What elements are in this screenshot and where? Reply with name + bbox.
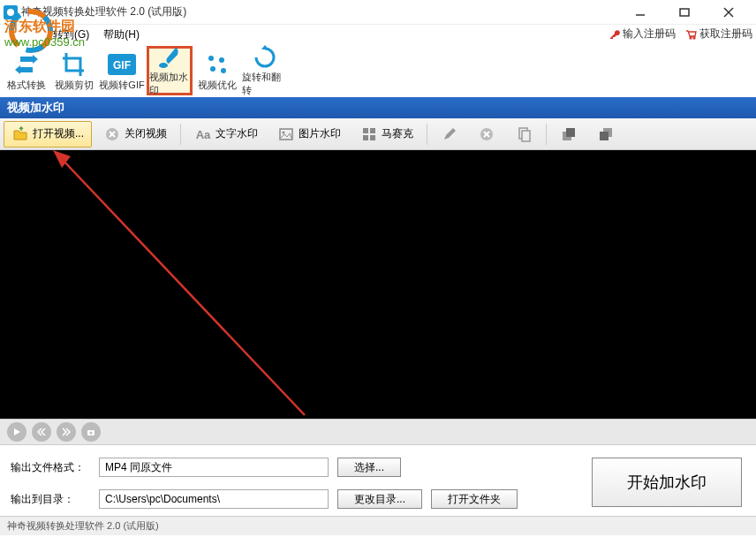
rotate-icon [251,44,279,71]
tool-video-crop[interactable]: 视频剪切 [51,46,97,95]
output-dir-field[interactable] [99,489,329,509]
minimize-button[interactable] [627,4,654,21]
select-format-button[interactable]: 选择... [337,458,401,477]
camera-icon [87,428,95,436]
menu-goto[interactable]: 转到(G) [53,27,89,42]
layer-back-button[interactable] [589,121,623,148]
tool-video-to-gif[interactable]: GIF 视频转GIF [99,46,145,95]
output-format-label: 输出文件格式： [11,460,90,475]
delete-circle-icon [478,125,495,143]
change-dir-button[interactable]: 更改目录... [337,489,422,509]
svg-point-33 [90,432,93,435]
svg-point-14 [221,68,226,73]
open-folder-button[interactable]: 打开文件夹 [431,489,518,509]
brush-icon [155,44,184,71]
svg-rect-21 [363,135,368,140]
close-circle-icon [103,125,121,143]
play-button[interactable] [7,422,26,442]
svg-rect-22 [370,135,375,140]
rewind-button[interactable] [32,422,51,442]
svg-point-18 [283,131,285,133]
svg-rect-27 [566,128,575,137]
snapshot-button[interactable] [81,422,101,442]
svg-text:Aa: Aa [196,128,211,141]
enter-reg-code-link[interactable]: 输入注册码 [608,26,676,42]
text-watermark-button[interactable]: Aa 文字水印 [186,121,266,148]
svg-point-10 [159,63,168,68]
close-button[interactable] [715,4,742,21]
svg-rect-19 [363,128,368,133]
copy-button[interactable] [507,121,541,148]
svg-rect-20 [370,128,375,133]
play-icon [12,428,21,436]
maximize-button[interactable] [671,4,698,21]
rewind-icon [37,428,46,436]
text-icon: Aa [194,125,212,143]
key-icon [608,28,620,41]
forward-button[interactable] [57,422,76,442]
mosaic-button[interactable]: 马赛克 [352,121,421,148]
tool-video-watermark[interactable]: 视频加水印 [147,46,193,95]
layer-front-button[interactable] [552,121,586,148]
copy-icon [515,125,533,143]
forward-icon [62,428,71,436]
svg-point-11 [208,56,214,61]
svg-point-13 [210,66,215,72]
send-back-icon [597,125,615,143]
image-icon [277,125,295,143]
convert-icon [12,50,41,79]
output-format-field[interactable] [99,458,329,477]
tool-format-convert[interactable]: 格式转换 [4,46,49,95]
cart-icon [684,28,697,41]
sparkle-icon [203,50,231,79]
svg-rect-5 [680,9,689,16]
output-dir-label: 输出到目录： [11,492,90,507]
gif-icon: GIF [108,50,136,79]
video-preview-area [0,150,756,419]
crop-icon [60,50,88,79]
svg-point-12 [219,57,224,63]
svg-text:GIF: GIF [113,59,131,72]
tool-video-optimize[interactable]: 视频优化 [194,46,240,95]
open-video-button[interactable]: 打开视频... [4,121,92,148]
window-title: 神奇视频转换处理软件 2.0 (试用版) [21,4,627,19]
close-video-button[interactable]: 关闭视频 [95,121,175,148]
edit-button[interactable] [433,121,466,148]
mosaic-icon [360,125,378,143]
svg-rect-25 [522,131,530,141]
menu-help[interactable]: 帮助(H) [103,27,140,42]
app-icon [4,5,18,19]
status-bar: 神奇视频转换处理软件 2.0 (试用版) [0,516,756,535]
tool-rotate-flip[interactable]: 旋转和翻转 [242,46,288,95]
bring-front-icon [560,125,578,143]
folder-open-icon [11,125,29,143]
image-watermark-button[interactable]: 图片水印 [269,121,349,148]
get-reg-code-link[interactable]: 获取注册码 [684,26,752,42]
delete-button[interactable] [470,121,503,148]
svg-rect-29 [600,132,609,140]
start-watermark-button[interactable]: 开始加水印 [592,458,742,507]
pencil-icon [441,125,458,143]
section-title: 视频加水印 [0,97,756,118]
svg-point-3 [7,9,14,16]
